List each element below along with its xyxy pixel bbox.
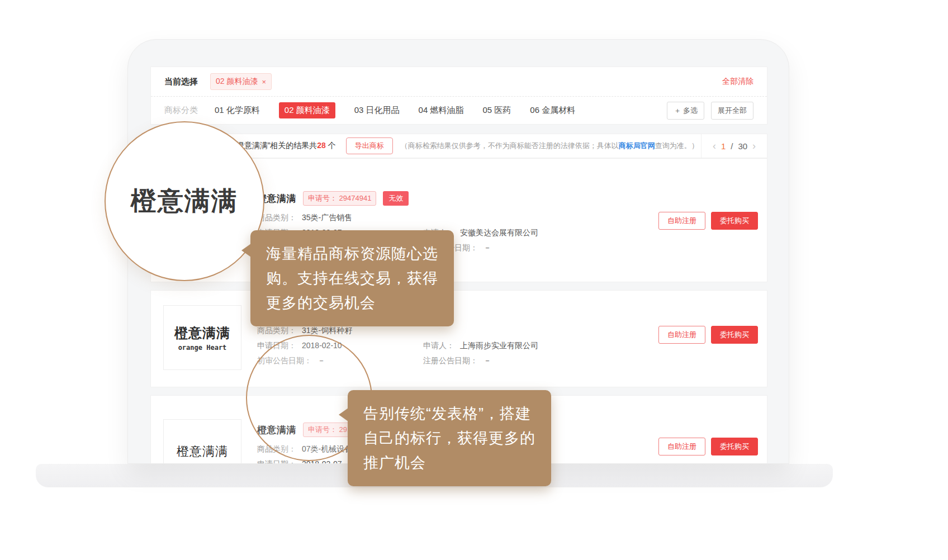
bubble-text-line: 告别传统“发表格”，搭建 (363, 401, 535, 426)
category-item-05[interactable]: 05 医药 (482, 102, 511, 118)
current-selection-label: 当前选择 (164, 77, 198, 87)
expand-all-button[interactable]: 展开全部 (711, 102, 753, 120)
entrust-buy-button[interactable]: 委托购买 (711, 438, 758, 455)
bubble-text-line: 自己的标行，获得更多的 (363, 426, 535, 450)
self-register-button[interactable]: 自助注册 (658, 212, 705, 230)
self-register-button[interactable]: 自助注册 (658, 438, 705, 455)
field-value: 上海雨步实业有限公司 (460, 341, 538, 351)
trademark-image-2: 橙意满满 orange Heart (163, 305, 241, 370)
field-label: 申请日期： (257, 459, 296, 464)
stage: 当前选择 02 颜料油漆 × 全部清除 商标分类 01 化学原料 02 颜料油漆… (0, 0, 948, 560)
entrust-buy-button[interactable]: 委托购买 (711, 212, 758, 230)
field-value: 35类-广告销售 (302, 213, 352, 223)
clear-all-link[interactable]: 全部清除 (722, 77, 753, 87)
chip-close-icon[interactable]: × (262, 78, 266, 86)
next-page-icon[interactable]: › (752, 141, 756, 151)
bubble-text-line: 更多的交易机会 (266, 291, 438, 315)
application-no-tag: 申请号： 29474941 (303, 191, 376, 206)
bubble-arrow-left-icon (241, 244, 251, 257)
results-summary-suffix: 个 (326, 141, 336, 150)
current-page: 1 (721, 141, 726, 151)
prev-page-icon[interactable]: ‹ (713, 141, 716, 151)
self-register-button[interactable]: 自助注册 (658, 326, 705, 344)
field-label: 商品类别： (257, 326, 296, 336)
trademark-image-text: 橙意满满 (177, 443, 228, 460)
field-value: 安徽美达会展有限公司 (460, 228, 538, 238)
result-row-2: 橙意满满 orange Heart 橙意满满 申请号： 29482153 已注册… (150, 290, 767, 387)
field-value: － (484, 243, 491, 253)
status-badge-invalid: 无效 (383, 191, 409, 206)
results-count: 28 (317, 141, 326, 150)
bubble-text-line: 推广机会 (363, 450, 535, 475)
category-item-06[interactable]: 06 金属材料 (530, 102, 575, 118)
field-value: － (484, 356, 491, 366)
disclaimer-note: （商标检索结果仅供参考，不作为商标能否注册的法律依据；具体以商标局官网查询为准。… (401, 141, 701, 151)
trademark-image-3: 橙意满满 (163, 419, 241, 464)
trademark-image-text: 橙意满满 (174, 324, 230, 342)
field-label: 申请人： (423, 341, 454, 351)
multi-select-button[interactable]: ＋ 多选 (667, 102, 704, 120)
bubble-text-line: 海量精品商标资源随心选 (266, 241, 438, 266)
disclaimer-post: 查询为准。） (655, 141, 699, 150)
total-pages: 30 (738, 141, 747, 151)
page-separator: / (731, 141, 733, 151)
selected-filter-chip-label: 02 颜料油漆 (216, 77, 258, 87)
field-label: 注册公告日期： (423, 356, 478, 366)
trademark-image-subtext: orange Heart (178, 344, 227, 352)
category-item-02-selected[interactable]: 02 颜料油漆 (279, 102, 335, 118)
bubble-arrow-left-icon (339, 408, 348, 421)
category-bar-label: 商标分类 (164, 105, 198, 116)
pagination: ‹ 1 / 30 › (701, 134, 767, 158)
category-row: 商标分类 01 化学原料 02 颜料油漆 03 日化用品 04 燃料油脂 05 … (151, 96, 767, 124)
magnified-trademark-text: 橙意满满 (131, 184, 238, 219)
entrust-buy-button[interactable]: 委托购买 (711, 326, 758, 344)
category-item-04[interactable]: 04 燃料油脂 (419, 102, 464, 118)
callout-bubble-2: 告别传统“发表格”，搭建 自己的标行，获得更多的 推广机会 (348, 390, 551, 486)
disclaimer-pre: （商标检索结果仅供参考，不作为商标能否注册的法律依据；具体以 (401, 141, 619, 150)
export-trademark-button[interactable]: 导出商标 (346, 137, 393, 154)
current-selection-row: 当前选择 02 颜料油漆 × 全部清除 (151, 67, 767, 96)
bubble-text-line: 购。支持在线交易，获得 (266, 266, 438, 291)
trademark-office-link[interactable]: 商标局官网 (619, 141, 655, 150)
category-item-01[interactable]: 01 化学原料 (215, 102, 260, 118)
callout-bubble-1: 海量精品商标资源随心选 购。支持在线交易，获得 更多的交易机会 (250, 230, 454, 326)
selected-filter-chip[interactable]: 02 颜料油漆 × (210, 73, 272, 90)
category-item-03[interactable]: 03 日化用品 (354, 102, 400, 118)
category-actions: ＋ 多选 展开全部 (667, 102, 753, 120)
magnifier-circle-1: 橙意满满 (105, 121, 264, 281)
filter-panel: 当前选择 02 颜料油漆 × 全部清除 商标分类 01 化学原料 02 颜料油漆… (150, 67, 767, 125)
